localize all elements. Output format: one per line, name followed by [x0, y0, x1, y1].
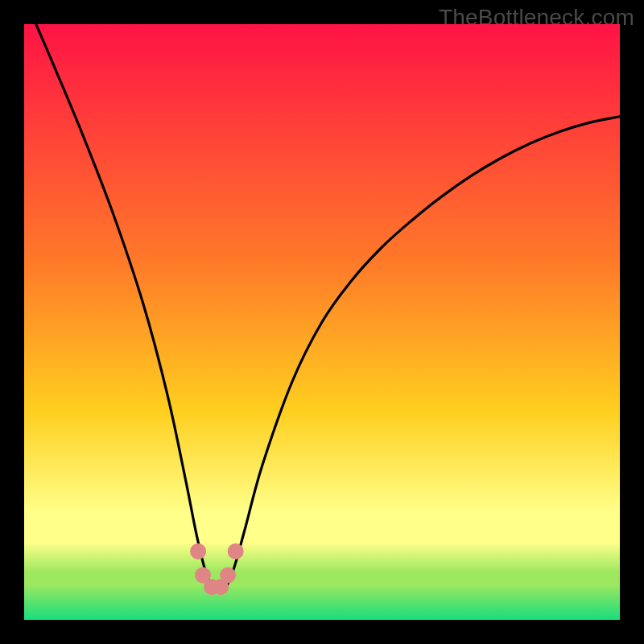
- curve-marker: [190, 543, 206, 559]
- chart-frame: [24, 24, 620, 620]
- chart-svg: [24, 24, 620, 620]
- curve-marker: [228, 543, 244, 559]
- curve-marker: [220, 568, 236, 584]
